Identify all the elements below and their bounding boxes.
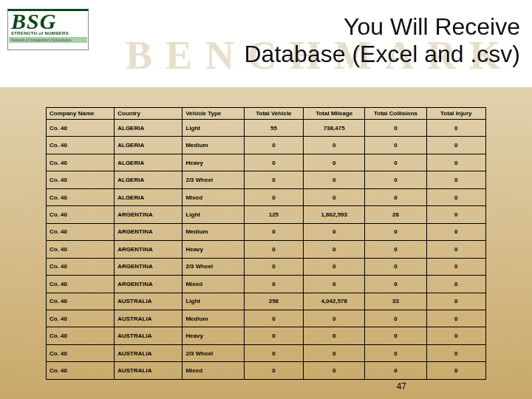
table-cell: Co. 40 [47, 171, 115, 188]
slide-title: You Will Receive Database (Excel and .cs… [126, 13, 520, 68]
table-row: Co. 40ALGERIA2/3 Wheel0000 [47, 171, 486, 188]
table-row: Co. 40ARGENTINA2/3 Wheel0000 [47, 258, 486, 275]
table-cell: 2/3 Wheel [183, 258, 244, 275]
table-cell: Co. 40 [47, 293, 115, 310]
table-cell: 0 [365, 188, 426, 205]
table-row: Co. 40ARGENTINAMixed0000 [47, 276, 486, 293]
table-cell: Heavy [183, 327, 244, 344]
table-cell: 55 [244, 120, 303, 137]
table-cell: 0 [365, 223, 426, 240]
table-cell: 0 [426, 258, 485, 275]
table-cell: 0 [426, 276, 485, 293]
table-row: Co. 40AUSTRALIAMixed0000 [47, 362, 486, 380]
table-cell: Mixed [183, 362, 244, 380]
table-cell: ALGERIA [115, 188, 183, 205]
table-cell: Medium [183, 310, 244, 327]
table-cell: 738,475 [304, 120, 365, 137]
table-cell: 0 [426, 223, 485, 240]
table-row: Co. 40AUSTRALIAMedium0000 [47, 310, 486, 327]
table-row: Co. 40AUSTRALIAHeavy0000 [47, 327, 486, 344]
table-row: Co. 40ALGERIAMixed0000 [47, 188, 486, 205]
table-cell: 0 [304, 241, 365, 258]
table-cell: 0 [365, 171, 426, 188]
table-cell: ARGENTINA [115, 241, 183, 258]
col-company-name: Company Name [47, 108, 115, 120]
table-row: Co. 40ALGERIALight55738,47500 [47, 120, 486, 137]
table-cell: Light [183, 120, 244, 137]
title-line-2: Database (Excel and .csv) [126, 41, 520, 68]
table-cell: ALGERIA [115, 120, 183, 137]
table-cell: 2/3 Wheel [183, 344, 244, 361]
logo-subtitle: STRENGTH of NUMBERS [11, 31, 85, 35]
table-cell: Medium [183, 137, 244, 154]
table-cell: Co. 40 [47, 258, 115, 275]
table-cell: 0 [426, 188, 485, 205]
table-cell: 0 [304, 171, 365, 188]
table-cell: 258 [244, 293, 303, 310]
table-row: Co. 40ALGERIAMedium0000 [47, 137, 486, 154]
data-table-container: Company Name Country Vehicle Type Total … [46, 107, 486, 380]
table-cell: AUSTRALIA [115, 310, 183, 327]
table-cell: Heavy [183, 241, 244, 258]
table-cell: 2/3 Wheel [183, 171, 244, 188]
table-row: Co. 40AUSTRALIA2/3 Wheel0000 [47, 344, 486, 361]
table-cell: 1,862,593 [304, 206, 365, 223]
table-cell: Co. 40 [47, 241, 115, 258]
table-cell: Co. 40 [47, 188, 115, 205]
table-cell: 0 [426, 137, 485, 154]
table-cell: ARGENTINA [115, 223, 183, 240]
table-cell: Medium [183, 223, 244, 240]
table-row: Co. 40ALGERIAHeavy0000 [47, 154, 486, 171]
table-cell: 0 [426, 362, 485, 380]
table-cell: 0 [304, 344, 365, 361]
table-cell: 0 [244, 344, 303, 361]
table-cell: 0 [365, 137, 426, 154]
table-cell: Co. 40 [47, 120, 115, 137]
table-cell: Co. 40 [47, 276, 115, 293]
table-cell: 125 [244, 206, 303, 223]
table-cell: 0 [244, 276, 303, 293]
table-cell: AUSTRALIA [115, 327, 183, 344]
table-cell: ALGERIA [115, 154, 183, 171]
table-cell: 0 [426, 310, 485, 327]
table-cell: 0 [244, 310, 303, 327]
table-header-row: Company Name Country Vehicle Type Total … [47, 108, 486, 120]
table-cell: 0 [365, 258, 426, 275]
table-row: Co. 40AUSTRALIALight2584,042,578330 [47, 293, 486, 310]
table-cell: 0 [426, 241, 485, 258]
table-cell: 0 [365, 310, 426, 327]
logo: BSG STRENGTH of NUMBERS Network of Indep… [7, 9, 89, 50]
table-cell: AUSTRALIA [115, 293, 183, 310]
col-vehicle-type: Vehicle Type [183, 108, 244, 120]
col-total-vehicle: Total Vehicle [244, 108, 303, 120]
table-cell: 0 [244, 258, 303, 275]
table-cell: 0 [426, 154, 485, 171]
table-cell: Co. 40 [47, 310, 115, 327]
table-cell: 0 [365, 120, 426, 137]
table-cell: 0 [304, 276, 365, 293]
table-cell: AUSTRALIA [115, 362, 183, 380]
table-cell: 0 [304, 137, 365, 154]
table-cell: Co. 40 [47, 223, 115, 240]
table-cell: 0 [304, 223, 365, 240]
table-cell: Co. 40 [47, 137, 115, 154]
table-cell: ARGENTINA [115, 258, 183, 275]
logo-tagline: Network of Independent Subsidiaries [9, 37, 87, 43]
table-cell: 0 [365, 241, 426, 258]
table-cell: 0 [244, 241, 303, 258]
table-cell: AUSTRALIA [115, 344, 183, 361]
table-cell: 0 [426, 171, 485, 188]
table-cell: ARGENTINA [115, 206, 183, 223]
data-table: Company Name Country Vehicle Type Total … [46, 107, 486, 380]
table-row: Co. 40ARGENTINAMedium0000 [47, 223, 486, 240]
page-number: 47 [397, 381, 406, 392]
table-cell: 0 [244, 154, 303, 171]
table-cell: 28 [365, 206, 426, 223]
table-row: Co. 40ARGENTINAHeavy0000 [47, 241, 486, 258]
col-total-mileage: Total Mileage [304, 108, 365, 120]
table-cell: Heavy [183, 154, 244, 171]
table-cell: 0 [426, 206, 485, 223]
table-cell: 0 [244, 223, 303, 240]
table-cell: 0 [426, 120, 485, 137]
table-cell: 4,042,578 [304, 293, 365, 310]
